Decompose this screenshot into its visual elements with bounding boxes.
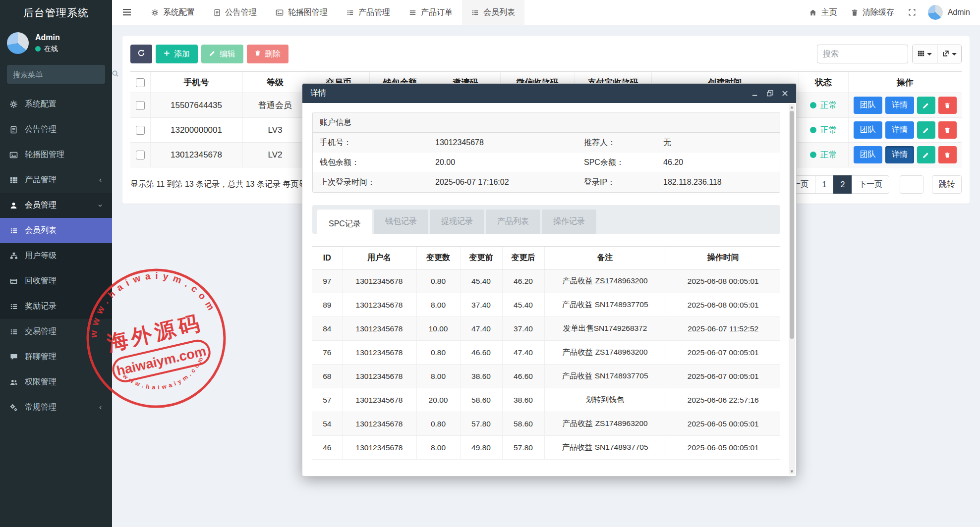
col-header-time: 操作时间 (666, 247, 780, 269)
scroll-down-icon[interactable]: ▼ (790, 469, 794, 474)
tab-withdraw-records[interactable]: 提现记录 (430, 210, 484, 234)
page-jump-button[interactable]: 跳转 (932, 175, 962, 194)
team-button[interactable]: 团队 (854, 97, 882, 114)
sidebar-item-member-list[interactable]: 会员列表 (0, 218, 112, 243)
refresh-button[interactable] (130, 45, 152, 63)
tab-product-list[interactable]: 产品列表 (486, 210, 540, 234)
sidebar-item-recycle-mgmt[interactable]: 回收管理 (0, 268, 112, 294)
tab-product-orders[interactable]: 产品订单 (400, 0, 462, 25)
export-dropdown-button[interactable] (937, 45, 961, 63)
avatar (7, 32, 29, 54)
modal-title: 详情 (310, 88, 326, 99)
row-delete-button[interactable] (938, 121, 957, 139)
sidebar-item-member-mgmt[interactable]: 会员管理 (0, 193, 112, 218)
sidebar-search-input[interactable] (13, 70, 112, 79)
modal-header: 详情 (302, 84, 796, 103)
scrollbar-thumb[interactable] (790, 111, 794, 339)
search-icon (112, 70, 119, 79)
pencil-icon (209, 50, 216, 58)
record-row: 68130123456788.0038.6046.60产品收益 SN174893… (312, 365, 780, 388)
tab-banner-mgmt[interactable]: 轮播图管理 (266, 0, 337, 25)
sidebar-item-label: 奖励记录 (25, 301, 103, 312)
sidebar-item-product-mgmt[interactable]: 产品管理 (0, 167, 112, 193)
sidebar-item-label: 常规管理 (25, 402, 92, 413)
account-info-panel: 账户信息 手机号： 13012345678 推荐人： 无 钱包余额： 20.00… (312, 112, 780, 193)
row-delete-button[interactable] (938, 97, 957, 114)
menu-toggle-icon[interactable] (112, 0, 142, 25)
list-icon (346, 9, 354, 16)
phone-value: 13012345678 (435, 138, 584, 147)
tab-notice-mgmt[interactable]: 公告管理 (204, 0, 266, 25)
record-row: 571301234567820.0058.6038.60划转到钱包2025-06… (312, 388, 780, 412)
row-delete-button[interactable] (938, 146, 957, 163)
sidebar-item-reward-records[interactable]: 奖励记录 (0, 294, 112, 319)
sidebar-item-label: 用户等级 (25, 251, 103, 261)
spc-label: SPC余额： (584, 158, 663, 168)
page-jump-input[interactable] (900, 175, 923, 194)
col-header-status: 状态 (799, 72, 848, 93)
record-header-row: ID 用户名 变更数 变更前 变更后 备注 操作时间 (312, 247, 780, 269)
columns-dropdown-button[interactable] (913, 45, 937, 63)
sidebar-item-permission-mgmt[interactable]: 权限管理 (0, 369, 112, 395)
team-button[interactable]: 团队 (854, 121, 882, 139)
restore-icon[interactable] (767, 90, 773, 97)
sidebar: 后台管理系统 Admin 在线 系统配置 公告管理 (0, 0, 112, 527)
detail-button[interactable]: 详情 (885, 97, 914, 114)
tab-product-mgmt[interactable]: 产品管理 (337, 0, 400, 25)
table-search-input[interactable] (817, 45, 908, 63)
row-edit-button[interactable] (917, 97, 935, 114)
chevron-left-icon (98, 177, 103, 183)
chevron-down-icon (97, 203, 103, 208)
row-checkbox[interactable] (136, 126, 145, 135)
sidebar-item-user-level[interactable]: 用户等级 (0, 243, 112, 268)
tab-member-list[interactable]: 会员列表 (462, 0, 524, 25)
close-icon[interactable] (782, 90, 788, 97)
sidebar-item-general-mgmt[interactable]: 常规管理 (0, 395, 112, 420)
detail-button[interactable]: 详情 (885, 121, 914, 139)
scroll-up-icon[interactable]: ▲ (790, 104, 794, 110)
tab-operation-records[interactable]: 操作记录 (542, 210, 596, 234)
sidebar-item-groupchat-mgmt[interactable]: 群聊管理 (0, 344, 112, 369)
cell-phone: 13200000001 (150, 118, 242, 143)
cell-phone: 13012345678 (150, 143, 242, 167)
bars-icon (409, 9, 416, 16)
image-icon (276, 9, 284, 16)
cell-level: LV2 (242, 143, 308, 167)
team-button[interactable]: 团队 (854, 146, 882, 163)
row-edit-button[interactable] (917, 121, 935, 139)
sidebar-item-label: 会员管理 (25, 200, 91, 211)
detail-button[interactable]: 详情 (885, 146, 914, 163)
page-1-button[interactable]: 1 (815, 175, 834, 194)
row-edit-button[interactable] (917, 146, 935, 163)
user-status-label: 在线 (44, 45, 58, 53)
clear-cache-link[interactable]: 清除缓存 (844, 7, 901, 18)
page-2-button[interactable]: 2 (833, 175, 852, 194)
sidebar-item-notice-mgmt[interactable]: 公告管理 (0, 117, 112, 142)
modal-scrollbar[interactable]: ▲ ▼ (789, 104, 795, 474)
delete-button[interactable]: 删除 (247, 45, 288, 63)
tab-spc-records[interactable]: SPC记录 (317, 210, 372, 238)
admin-menu[interactable]: Admin (923, 5, 975, 20)
tab-wallet-records[interactable]: 钱包记录 (374, 210, 428, 234)
grid-icon (9, 176, 18, 184)
table-tools (912, 45, 962, 63)
sidebar-item-system-config[interactable]: 系统配置 (0, 92, 112, 117)
row-checkbox[interactable] (136, 101, 145, 110)
fullscreen-button[interactable] (901, 8, 923, 16)
sidebar-item-trade-mgmt[interactable]: 交易管理 (0, 319, 112, 344)
minimize-icon[interactable] (752, 90, 758, 97)
record-row: 97130123456780.8045.4046.20产品收益 ZS174896… (312, 269, 780, 293)
plus-icon (164, 50, 170, 58)
image-icon (9, 151, 18, 159)
row-checkbox[interactable] (136, 151, 145, 159)
login-ip-label: 登录IP： (584, 177, 663, 188)
tab-system-config[interactable]: 系统配置 (142, 0, 204, 25)
sidebar-item-banner-mgmt[interactable]: 轮播图管理 (0, 142, 112, 167)
edit-label: 编辑 (220, 49, 235, 59)
select-all-checkbox[interactable] (136, 78, 145, 87)
home-link[interactable]: 主页 (802, 7, 844, 18)
edit-button[interactable]: 编辑 (201, 45, 243, 63)
next-page-button[interactable]: 下一页 (852, 175, 889, 194)
list-icon (9, 227, 18, 234)
add-button[interactable]: 添加 (156, 45, 198, 63)
